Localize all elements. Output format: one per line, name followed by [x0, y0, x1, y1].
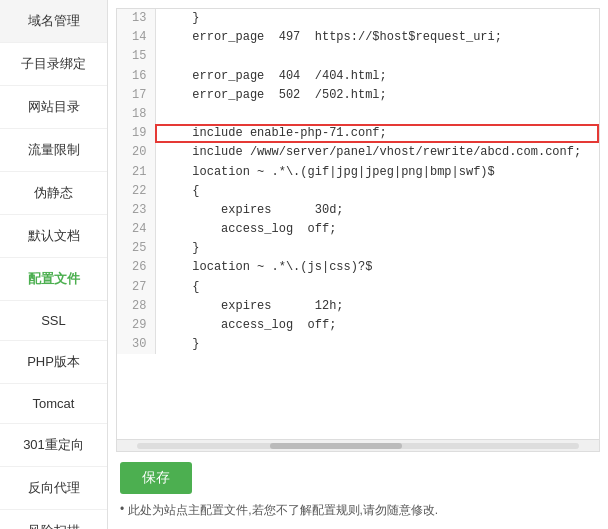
sidebar-item-ssl[interactable]: SSL — [0, 301, 107, 341]
line-number: 23 — [117, 201, 155, 220]
notice: • 此处为站点主配置文件,若您不了解配置规则,请勿随意修改. — [120, 502, 596, 519]
sidebar-item-tomcat[interactable]: Tomcat — [0, 384, 107, 424]
line-content: location ~ .*\.(js|css)?$ — [155, 258, 599, 277]
code-editor: 13 }14 error_page 497 https://$host$requ… — [116, 8, 600, 452]
code-line-25: 25 } — [117, 239, 599, 258]
code-line-28: 28 expires 12h; — [117, 297, 599, 316]
code-line-30: 30 } — [117, 335, 599, 354]
sidebar: 域名管理子目录绑定网站目录流量限制伪静态默认文档配置文件SSLPHP版本Tomc… — [0, 0, 108, 529]
sidebar-item-defaultdoc[interactable]: 默认文档 — [0, 215, 107, 258]
sidebar-item-phpver[interactable]: PHP版本 — [0, 341, 107, 384]
line-content: error_page 502 /502.html; — [155, 86, 599, 105]
line-content: expires 12h; — [155, 297, 599, 316]
code-line-18: 18 — [117, 105, 599, 124]
code-line-16: 16 error_page 404 /404.html; — [117, 67, 599, 86]
code-line-13: 13 } — [117, 9, 599, 28]
line-content — [155, 47, 599, 66]
line-number: 26 — [117, 258, 155, 277]
code-line-21: 21 location ~ .*\.(gif|jpg|jpeg|png|bmp|… — [117, 163, 599, 182]
main-content: 13 }14 error_page 497 https://$host$requ… — [108, 0, 608, 529]
line-content: access_log off; — [155, 316, 599, 335]
line-content: error_page 497 https://$host$request_uri… — [155, 28, 599, 47]
save-button[interactable]: 保存 — [120, 462, 192, 494]
code-line-24: 24 access_log off; — [117, 220, 599, 239]
bottom-area: 保存 • 此处为站点主配置文件,若您不了解配置规则,请勿随意修改. — [108, 452, 608, 529]
line-number: 14 — [117, 28, 155, 47]
line-number: 21 — [117, 163, 155, 182]
sidebar-item-revproxy[interactable]: 反向代理 — [0, 467, 107, 510]
line-number: 24 — [117, 220, 155, 239]
code-line-26: 26 location ~ .*\.(js|css)?$ — [117, 258, 599, 277]
line-content: location ~ .*\.(gif|jpg|jpeg|png|bmp|swf… — [155, 163, 599, 182]
line-content: error_page 404 /404.html; — [155, 67, 599, 86]
horizontal-scrollbar[interactable] — [117, 439, 599, 451]
code-line-22: 22 { — [117, 182, 599, 201]
sidebar-item-traffic[interactable]: 流量限制 — [0, 129, 107, 172]
scroll-thumb — [270, 443, 403, 449]
code-line-29: 29 access_log off; — [117, 316, 599, 335]
sidebar-item-sitedir[interactable]: 网站目录 — [0, 86, 107, 129]
line-number: 25 — [117, 239, 155, 258]
line-number: 18 — [117, 105, 155, 124]
code-line-27: 27 { — [117, 278, 599, 297]
line-content: } — [155, 9, 599, 28]
line-number: 27 — [117, 278, 155, 297]
code-line-17: 17 error_page 502 /502.html; — [117, 86, 599, 105]
scroll-track — [137, 443, 579, 449]
notice-bullet: • — [120, 502, 124, 516]
line-number: 30 — [117, 335, 155, 354]
code-table: 13 }14 error_page 497 https://$host$requ… — [117, 9, 599, 354]
line-content — [155, 105, 599, 124]
line-content: } — [155, 335, 599, 354]
line-content: { — [155, 278, 599, 297]
line-content: { — [155, 182, 599, 201]
line-content: include enable-php-71.conf; — [155, 124, 599, 143]
code-line-23: 23 expires 30d; — [117, 201, 599, 220]
line-content: expires 30d; — [155, 201, 599, 220]
line-number: 29 — [117, 316, 155, 335]
sidebar-item-riskscan[interactable]: 风险扫描 — [0, 510, 107, 529]
code-line-19: 19 include enable-php-71.conf; — [117, 124, 599, 143]
line-number: 19 — [117, 124, 155, 143]
line-number: 22 — [117, 182, 155, 201]
sidebar-item-domain[interactable]: 域名管理 — [0, 0, 107, 43]
line-content: } — [155, 239, 599, 258]
line-number: 13 — [117, 9, 155, 28]
line-content: include /www/server/panel/vhost/rewrite/… — [155, 143, 599, 162]
code-line-15: 15 — [117, 47, 599, 66]
sidebar-item-subdir[interactable]: 子目录绑定 — [0, 43, 107, 86]
line-number: 20 — [117, 143, 155, 162]
sidebar-item-pseudo[interactable]: 伪静态 — [0, 172, 107, 215]
sidebar-item-redirect301[interactable]: 301重定向 — [0, 424, 107, 467]
line-number: 28 — [117, 297, 155, 316]
code-line-20: 20 include /www/server/panel/vhost/rewri… — [117, 143, 599, 162]
sidebar-item-config[interactable]: 配置文件 — [0, 258, 107, 301]
notice-text: 此处为站点主配置文件,若您不了解配置规则,请勿随意修改. — [128, 502, 438, 519]
line-number: 16 — [117, 67, 155, 86]
line-number: 17 — [117, 86, 155, 105]
code-line-14: 14 error_page 497 https://$host$request_… — [117, 28, 599, 47]
editor-scroll[interactable]: 13 }14 error_page 497 https://$host$requ… — [117, 9, 599, 439]
line-content: access_log off; — [155, 220, 599, 239]
line-number: 15 — [117, 47, 155, 66]
